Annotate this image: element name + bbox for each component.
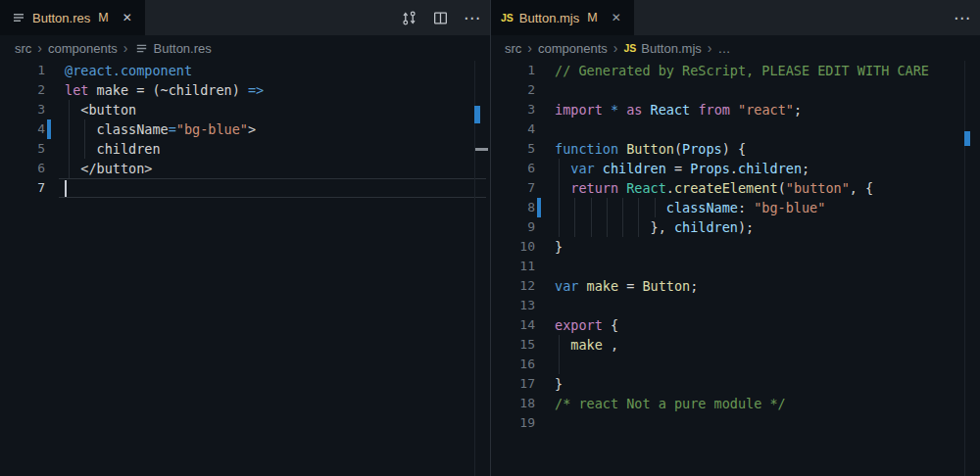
code-line[interactable]: 19 [490,413,980,433]
line-number[interactable]: 4 [0,119,45,139]
code-line[interactable]: 14export { [490,315,980,335]
breadcrumb-src[interactable]: src [15,41,31,56]
code-line[interactable]: 10} [490,237,980,257]
line-number[interactable]: 15 [490,335,535,355]
line-number[interactable]: 2 [0,80,45,100]
gutter [45,100,65,119]
code-line[interactable]: 1// Generated by ReScript, PLEASE EDIT W… [490,61,980,80]
breadcrumb-symbol-ellipsis[interactable]: … [717,41,730,56]
code-text: import * as React from "react"; [555,100,980,119]
code-text: let make = (~children) => [65,80,490,100]
code-line[interactable]: 1@react.component [0,61,490,80]
right-tab-bar: JS Button.mjs M ✕ ⋯ [490,0,980,35]
javascript-file-icon: JS [624,42,637,54]
right-editor-group: JS Button.mjs M ✕ ⋯ src › components › J… [490,0,980,476]
close-icon[interactable]: ✕ [610,10,623,25]
code-line[interactable]: 13 [490,296,980,315]
right-editor[interactable]: 1// Generated by ReScript, PLEASE EDIT W… [490,61,980,476]
code-text: var make = Button; [555,276,980,296]
code-line[interactable]: 15 make , [490,335,980,355]
breadcrumb-components[interactable]: components [48,41,118,56]
line-number[interactable]: 7 [490,178,535,198]
line-number[interactable]: 6 [490,159,535,178]
more-actions-icon[interactable]: ⋯ [954,10,970,26]
code-text: </button> [65,159,490,178]
gutter [535,276,555,296]
code-line[interactable]: 6 </button> [0,159,490,178]
line-number[interactable]: 10 [490,237,535,257]
breadcrumb-file[interactable]: Button.res [154,41,212,56]
code-line[interactable]: 3import * as React from "react"; [490,100,980,119]
code-text [65,178,490,198]
line-number[interactable]: 14 [490,315,535,335]
breadcrumb-file[interactable]: Button.mjs [641,41,701,56]
code-line[interactable]: 16 [490,355,980,374]
left-code-lines: 1@react.component2let make = (~children)… [0,61,490,198]
line-number[interactable]: 7 [0,178,45,198]
code-line[interactable]: 18/* react Not a pure module */ [490,394,980,413]
editor-group-separator[interactable] [490,0,491,476]
gutter [535,257,555,276]
code-line[interactable]: 11 [490,257,980,276]
line-number[interactable]: 12 [490,276,535,296]
line-number[interactable]: 18 [490,394,535,413]
git-modified-badge: M [98,11,108,24]
code-text: } [555,237,980,257]
code-line[interactable]: 5function Button(Props) { [490,139,980,159]
code-line[interactable]: 9 }, children); [490,217,980,237]
code-text: return React.createElement("button", { [555,178,980,198]
code-line[interactable]: 7 [0,178,490,198]
file-icon [134,41,149,56]
line-number[interactable]: 8 [490,198,535,217]
tab-label: Button.res [32,11,90,25]
line-number[interactable]: 1 [0,61,45,80]
overview-ruler[interactable] [475,61,490,476]
close-icon[interactable]: ✕ [121,10,134,25]
left-editor[interactable]: 1@react.component2let make = (~children)… [0,61,490,476]
line-number[interactable]: 2 [490,80,535,100]
gutter [535,374,555,394]
line-number[interactable]: 3 [490,100,535,119]
line-number[interactable]: 9 [490,217,535,237]
code-line[interactable]: 2let make = (~children) => [0,80,490,100]
code-line[interactable]: 7 return React.createElement("button", { [490,178,980,198]
code-line[interactable]: 6 var children = Props.children; [490,159,980,178]
breadcrumb-src[interactable]: src [505,41,521,56]
gutter [45,178,65,198]
line-number[interactable]: 3 [0,100,45,119]
code-line[interactable]: 2 [490,80,980,100]
line-number[interactable]: 19 [490,413,535,433]
line-number[interactable]: 11 [490,257,535,276]
line-number[interactable]: 4 [490,119,535,139]
code-line[interactable]: 8 className: "bg-blue" [490,198,980,217]
gutter [535,237,555,257]
line-number[interactable]: 17 [490,374,535,394]
left-breadcrumb: src › components › Button.res [0,35,490,61]
left-tab-bar: Button.res M ✕ ⋯ [0,0,490,35]
tab-button-res[interactable]: Button.res M ✕ [0,0,145,35]
gutter [535,159,555,178]
code-line[interactable]: 5 children [0,139,490,159]
code-line[interactable]: 17} [490,374,980,394]
line-number[interactable]: 1 [490,61,535,80]
code-line[interactable]: 3 <button [0,100,490,119]
split-editor-icon[interactable] [432,10,449,26]
open-changes-icon[interactable] [401,10,417,26]
line-number[interactable]: 5 [490,139,535,159]
chevron-right-icon: › [36,41,43,55]
tab-button-mjs[interactable]: JS Button.mjs M ✕ [490,0,634,35]
code-line[interactable]: 4 className="bg-blue"> [0,119,490,139]
overview-ruler[interactable] [965,61,980,476]
more-actions-icon[interactable]: ⋯ [464,10,480,26]
code-line[interactable]: 4 [490,119,980,139]
code-line[interactable]: 12var make = Button; [490,276,980,296]
line-number[interactable]: 16 [490,355,535,374]
line-number[interactable]: 5 [0,139,45,159]
chevron-right-icon: › [122,41,129,55]
code-text [555,296,980,315]
code-text: } [555,374,980,394]
line-number[interactable]: 13 [490,296,535,315]
breadcrumb-components[interactable]: components [538,41,608,56]
code-text: className="bg-blue"> [65,119,490,139]
line-number[interactable]: 6 [0,159,45,178]
